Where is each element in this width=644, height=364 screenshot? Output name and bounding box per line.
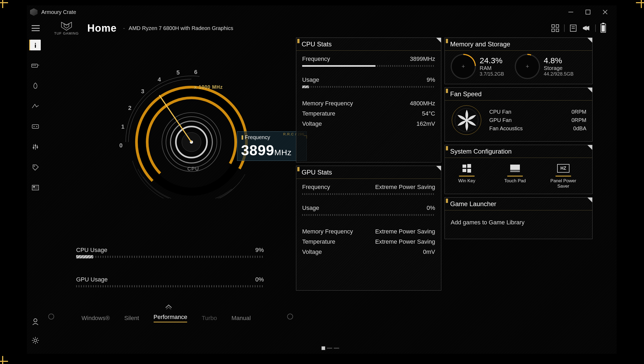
svg-point-21	[36, 146, 38, 148]
svg-rect-2	[552, 29, 554, 32]
mode-manual[interactable]: Manual	[231, 315, 251, 322]
svg-rect-13	[32, 125, 39, 128]
svg-rect-24	[33, 186, 35, 188]
sidebar-item-gamevisual[interactable]	[30, 121, 41, 132]
mode-performance[interactable]: Performance	[154, 314, 187, 322]
mode-silent[interactable]: Silent	[124, 315, 139, 322]
ram-dial	[451, 54, 476, 79]
game-launcher-panel[interactable]: Game Launcher Add games to Game Library	[445, 197, 593, 239]
cpu-frequency-gauge: x 1000 MHz CPU 0 1 2 3 4 5 6 R.R.C / 286…	[71, 48, 312, 236]
menu-icon[interactable]	[32, 25, 40, 31]
svg-rect-51	[467, 164, 471, 168]
sidebar-item-home[interactable]	[30, 40, 41, 50]
brand-logo: TUF GAMING	[54, 21, 79, 35]
svg-point-7	[35, 43, 36, 44]
battery-icon[interactable]	[601, 24, 606, 33]
svg-text:HZ: HZ	[560, 166, 566, 170]
corner-deco-icon	[287, 313, 294, 321]
toggle-panel-saver[interactable]: HZ Panel Power Saver	[547, 161, 579, 189]
svg-rect-52	[462, 169, 466, 172]
gauge-device-label: CPU	[187, 166, 199, 172]
svg-rect-11	[34, 65, 35, 66]
mode-windows[interactable]: Windows®	[82, 315, 110, 322]
mode-turbo[interactable]: Turbo	[202, 315, 217, 322]
touchpad-icon	[507, 161, 523, 177]
svg-point-15	[36, 126, 37, 127]
sidebar-nav	[27, 38, 44, 193]
svg-point-22	[34, 166, 35, 167]
launcher-empty-text: Add games to Game Library	[451, 219, 524, 226]
svg-line-37	[37, 338, 38, 339]
storage-dial	[515, 54, 540, 79]
sidebar-item-scenario[interactable]	[30, 142, 41, 152]
svg-point-29	[34, 339, 37, 342]
app-window: Armoury Crate TUF GAMING Home - AMD Ryze…	[27, 5, 617, 354]
svg-point-48	[287, 314, 293, 319]
sidebar-item-settings[interactable]	[30, 335, 41, 346]
app-name: Armoury Crate	[41, 9, 76, 15]
maximize-button[interactable]	[584, 9, 591, 16]
hz-icon: HZ	[556, 161, 571, 177]
svg-point-47	[49, 314, 54, 319]
svg-point-49	[465, 119, 468, 122]
sidebar-item-devices[interactable]	[30, 60, 41, 71]
sidebar-item-featured[interactable]	[30, 101, 41, 112]
sidebar-item-content[interactable]	[30, 182, 41, 193]
cpu-stats-panel: CPU Stats Frequency3899MHz Usage9% Memor…	[296, 38, 441, 162]
svg-rect-54	[510, 165, 520, 170]
gpu-usage-bar: GPU Usage0%	[76, 276, 264, 287]
notes-icon[interactable]	[569, 24, 577, 32]
toggle-touchpad[interactable]: Touch Pad	[499, 161, 531, 189]
svg-line-35	[37, 342, 38, 343]
svg-point-19	[33, 147, 34, 148]
svg-rect-12	[35, 65, 36, 66]
windows-icon	[459, 161, 475, 177]
svg-rect-53	[467, 169, 471, 173]
svg-line-34	[33, 338, 34, 339]
sidebar-item-account[interactable]	[30, 316, 41, 327]
calibration-cross	[0, 0, 8, 8]
gpu-stats-panel: GPU Stats FrequencyExtreme Power Saving …	[296, 166, 441, 291]
cpu-usage-bar: CPU Usage9%	[76, 247, 264, 258]
svg-rect-8	[35, 44, 36, 48]
toggle-winkey[interactable]: Win Key	[451, 161, 483, 189]
svg-rect-0	[552, 25, 554, 27]
fan-speed-panel: Fan Speed CPU Fan0RPM GPU Fan0RPM Fan Ac…	[445, 87, 593, 142]
svg-point-20	[35, 145, 36, 146]
operating-mode-tabs: Windows® Silent Performance Turbo Manual	[82, 314, 296, 322]
header: TUF GAMING Home - AMD Ryzen 7 6800H with…	[27, 19, 617, 38]
carousel-indicator[interactable]	[321, 346, 339, 350]
announcement-icon[interactable]	[582, 24, 590, 32]
titlebar: Armoury Crate	[27, 5, 617, 19]
calibration-cross	[636, 0, 644, 8]
svg-rect-10	[32, 65, 33, 66]
svg-rect-3	[556, 29, 559, 32]
gauge-scale-label: x 1000 MHz	[194, 84, 223, 90]
memory-storage-panel: Memory and Storage 24.3% RAM 3.7/15.2GB	[445, 38, 593, 84]
close-button[interactable]	[602, 9, 609, 16]
gauge-dial	[71, 48, 312, 198]
svg-rect-50	[462, 165, 466, 168]
page-title: Home	[87, 23, 117, 34]
minimize-button[interactable]	[567, 9, 574, 16]
sidebar-item-deals[interactable]	[30, 162, 41, 173]
svg-point-28	[34, 319, 37, 322]
svg-rect-1	[556, 25, 559, 27]
chevron-up-icon	[165, 303, 173, 311]
fan-icon	[452, 105, 481, 135]
svg-line-36	[33, 342, 34, 343]
cpu-model: AMD Ryzen 7 6800H with Radeon Graphics	[129, 25, 233, 31]
sidebar-item-aura[interactable]	[30, 80, 41, 91]
app-logo-icon	[30, 8, 38, 16]
calibration-cross	[0, 356, 8, 364]
svg-rect-55	[510, 170, 520, 172]
dashboard-icon[interactable]	[551, 24, 559, 32]
svg-point-14	[34, 126, 35, 127]
corner-deco-icon	[48, 313, 55, 321]
system-config-panel: System Configuration Win Key Touch Pad H…	[445, 145, 593, 194]
